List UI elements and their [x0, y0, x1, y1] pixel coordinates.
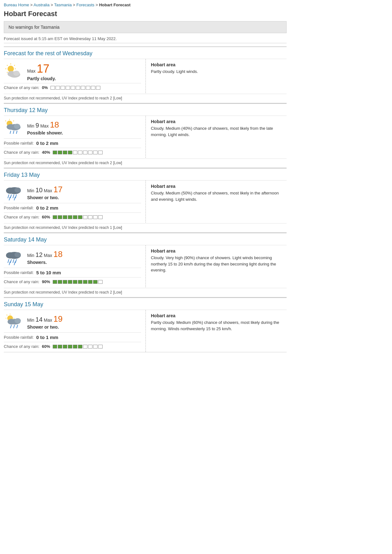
temp-info-sunday: Min14Max19Shower or two. [27, 314, 62, 330]
rain-bar-cell [71, 86, 75, 90]
rain-bar-cell [83, 151, 87, 154]
rain-bar-cell [68, 345, 72, 348]
day-section-sunday: Sunday 15 May Min14Max19Shower or two.Po… [4, 297, 287, 352]
rain-bar [53, 345, 103, 348]
svg-line-19 [10, 131, 11, 134]
svg-point-33 [15, 252, 21, 257]
day-section-wednesday: Forecast for the rest of Wednesday Max17… [4, 46, 287, 103]
breadcrumb: Bureau Home > Australia > Tasmania > For… [4, 3, 287, 7]
breadcrumb-bureau-home[interactable]: Bureau Home [4, 3, 29, 7]
day-right-sunday: Hobart areaPartly cloudy. Medium (60%) c… [146, 310, 287, 352]
temp-min-label: Min [27, 318, 34, 323]
svg-line-15 [13, 121, 14, 121]
day-header-saturday: Saturday 14 May [4, 233, 287, 245]
temp-info-saturday: Min12Max18Showers. [27, 249, 62, 265]
rain-bar-cell [58, 215, 62, 219]
rain-bar-cell [53, 151, 57, 154]
rain-bar-cell [63, 215, 67, 219]
rain-bar-cell [98, 345, 103, 348]
rain-bar-cell [93, 151, 98, 154]
rain-bar-cell [78, 215, 82, 219]
area-title-friday: Hobart area [151, 184, 283, 189]
svg-line-38 [9, 262, 10, 265]
svg-line-45 [7, 315, 7, 315]
condition-friday: Shower or two. [27, 195, 62, 200]
rainfall-label: Possible rainfall: [4, 206, 34, 210]
rain-bar-cell [63, 151, 67, 154]
rain-chance-row-friday: Chance of any rain:60% [4, 212, 141, 219]
rain-bar-cell [53, 345, 57, 348]
temp-row-saturday: Min12Max18Showers. [4, 248, 141, 266]
svg-point-0 [8, 66, 14, 72]
rain-bar-cell [88, 280, 92, 284]
rain-bar-cell [91, 86, 95, 90]
rain-bar-cell [93, 345, 98, 348]
day-content-saturday: Min12Max18Showers.Possible rainfall:5 to… [4, 245, 287, 287]
rain-bar-cell [76, 86, 80, 90]
rain-bar-cell [78, 345, 82, 348]
rain-bar-cell [86, 86, 90, 90]
temp-info-thursday: Min9Max18Possible shower. [27, 120, 63, 135]
svg-point-11 [13, 71, 20, 76]
svg-point-24 [15, 188, 21, 193]
breadcrumb-tasmania[interactable]: Tasmania [54, 3, 72, 7]
day-right-wednesday: Hobart areaPartly cloudy. Light winds. [146, 59, 287, 93]
temp-row-friday: Min10Max17Shower or two. [4, 184, 141, 201]
uv-row-thursday: Sun protection not recommended, UV Index… [4, 158, 287, 168]
area-desc-friday: Cloudy. Medium (50%) chance of showers, … [151, 190, 283, 202]
svg-line-21 [16, 131, 17, 134]
svg-line-36 [13, 259, 14, 263]
warning-box: No warnings for Tasmania [4, 21, 287, 33]
day-left-thursday: Min9Max18Possible shower.Possible rainfa… [4, 116, 146, 158]
day-left-sunday: Min14Max19Shower or two.Possible rainfal… [4, 310, 146, 352]
svg-line-8 [14, 65, 15, 66]
rain-chance-value: 0% [42, 85, 48, 90]
day-section-friday: Friday 13 May Min10Max17Shower or two.Po… [4, 168, 287, 233]
temp-row-sunday: Min14Max19Shower or two. [4, 313, 141, 331]
uv-row-wednesday: Sun protection not recommended, UV Index… [4, 94, 287, 103]
rainfall-row-sunday: Possible rainfall:0 to 1 mm [4, 332, 141, 340]
rain-bar-cell [98, 151, 103, 154]
day-content-wednesday: Max17Partly cloudy.Chance of any rain:0%… [4, 59, 287, 93]
temp-max-value: 18 [53, 249, 62, 259]
rain-chance-label: Chance of any rain: [4, 279, 39, 284]
temp-min-value: 10 [36, 187, 43, 194]
temp-row-wednesday: Max17Partly cloudy. [4, 62, 141, 81]
temp-min-value: 12 [36, 251, 43, 259]
svg-line-37 [15, 259, 16, 263]
rain-chance-row-saturday: Chance of any rain:90% [4, 277, 141, 284]
condition-sunday: Shower or two. [27, 325, 62, 330]
rain-bar-cell [53, 215, 57, 219]
svg-line-39 [14, 262, 15, 265]
svg-line-26 [10, 195, 11, 198]
rain-chance-value: 60% [42, 344, 50, 349]
svg-line-28 [15, 195, 16, 198]
rain-bar-cell [88, 345, 92, 348]
svg-line-5 [7, 65, 8, 66]
forecast-issued: Forecast issued at 5:15 am EST on Wednes… [4, 36, 287, 43]
rainfall-label: Possible rainfall: [4, 141, 34, 146]
page-title: Hobart Forecast [4, 10, 287, 18]
day-header-sunday: Sunday 15 May [4, 297, 287, 310]
temp-line-friday: Min10Max17 [27, 185, 62, 194]
temp-row-thursday: Min9Max18Possible shower. [4, 119, 141, 136]
temp-line-wednesday: Max17 [27, 62, 56, 75]
weather-icon-thursday [4, 119, 23, 136]
rain-bar [53, 215, 103, 219]
temp-max-value: 17 [53, 185, 62, 194]
area-title-sunday: Hobart area [151, 313, 283, 318]
rain-bar-cell [73, 151, 77, 154]
breadcrumb-australia[interactable]: Australia [33, 3, 50, 7]
svg-line-25 [8, 195, 9, 198]
svg-line-30 [14, 197, 15, 200]
breadcrumb-forecasts[interactable]: Forecasts [76, 3, 94, 7]
rain-chance-row-wednesday: Chance of any rain:0% [4, 83, 141, 90]
svg-line-35 [10, 259, 11, 263]
day-content-thursday: Min9Max18Possible shower.Possible rainfa… [4, 116, 287, 158]
svg-line-29 [9, 197, 10, 200]
rainfall-label: Possible rainfall: [4, 270, 34, 275]
rain-chance-row-thursday: Chance of any rain:40% [4, 148, 141, 155]
svg-point-17 [7, 124, 15, 130]
rain-bar-cell [63, 345, 67, 348]
rainfall-value: 0 to 2 mm [36, 205, 58, 211]
